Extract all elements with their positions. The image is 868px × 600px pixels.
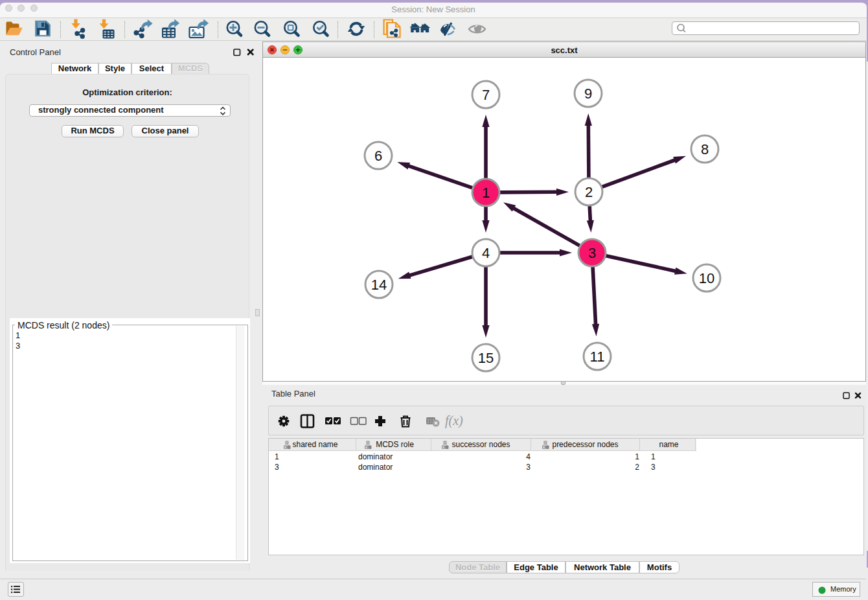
svg-text:4: 4 xyxy=(482,245,490,261)
svg-text:9: 9 xyxy=(584,86,592,102)
svg-text:1: 1 xyxy=(482,185,490,201)
svg-text:3: 3 xyxy=(588,245,596,261)
svg-text:14: 14 xyxy=(371,277,387,293)
svg-text:15: 15 xyxy=(478,350,494,366)
svg-text:8: 8 xyxy=(701,141,709,157)
svg-text:f(x): f(x) xyxy=(445,413,463,428)
svg-text:10: 10 xyxy=(699,270,714,286)
svg-text:6: 6 xyxy=(374,148,382,164)
svg-text:7: 7 xyxy=(482,87,490,103)
svg-text:2: 2 xyxy=(585,184,593,200)
svg-text:11: 11 xyxy=(590,349,605,365)
